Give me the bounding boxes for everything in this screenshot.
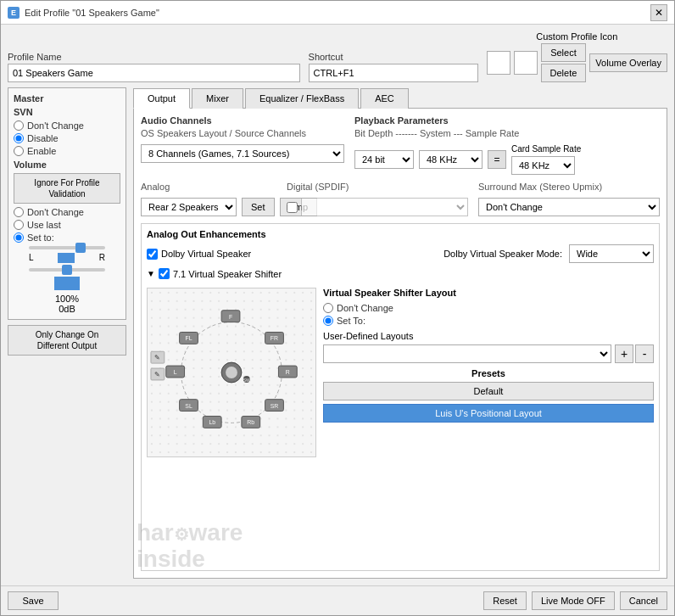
custom-icon-label: Custom Profile Icon (487, 31, 667, 42)
enhancements-section: Analog Out Enhancements Dolby Virtual Sp… (141, 223, 660, 571)
speaker-svg: F FR R SR (148, 288, 315, 456)
add-remove-btns: + - (615, 344, 654, 363)
only-change-button[interactable]: Only Change OnDifferent Output (8, 325, 126, 356)
analog-select[interactable]: Rear 2 Speakers (141, 198, 237, 216)
digital-label: Digital (SPDIF) (287, 182, 468, 192)
profile-name-group: Profile Name (8, 52, 300, 82)
master-title: Master (14, 93, 120, 104)
main-content: Profile Name Shortcut Custom Profile Ico… (1, 25, 674, 585)
svg-text:Lb: Lb (209, 419, 215, 425)
svg-text:Rb: Rb (247, 419, 254, 425)
analog-col: Analog Rear 2 Speakers Set Amp (141, 182, 276, 216)
output-tab-content: Audio Channels OS Speakers Layout / Sour… (133, 109, 667, 579)
custom-icon-box1 (487, 51, 510, 75)
equals-button[interactable]: = (488, 150, 506, 169)
svn-dont-change-radio[interactable] (14, 120, 24, 131)
profile-name-input[interactable] (8, 64, 300, 82)
add-layout-button[interactable]: + (615, 344, 633, 363)
enhancements-title: Analog Out Enhancements (147, 229, 654, 239)
audio-playback-row: Audio Channels OS Speakers Layout / Sour… (141, 115, 660, 175)
volume-slider-container: L R (14, 246, 120, 290)
svg-text:SL: SL (185, 403, 192, 409)
volume-db: 0dB (14, 304, 120, 314)
app-icon: E (8, 7, 20, 19)
save-button[interactable]: Save (8, 591, 59, 610)
user-defined-select[interactable] (323, 344, 611, 363)
balance-indicator (58, 253, 75, 263)
playback-title: Playback Parameters (354, 115, 660, 126)
tab-equalizer[interactable]: Equalizer / FlexBass (245, 88, 359, 109)
svn-disable-radio[interactable] (14, 133, 24, 143)
sample-rate-select[interactable]: 48 KHz (419, 150, 483, 169)
layout-dont-change[interactable]: Don't Change (323, 303, 654, 313)
remove-layout-button[interactable]: - (635, 344, 654, 363)
svg-text:FR: FR (271, 335, 278, 341)
svn-radio-group: Don't Change Disable Enable (14, 120, 120, 156)
vol-set-to[interactable]: Set to: (14, 232, 120, 243)
tree-expand-icon[interactable]: ▼ (147, 269, 155, 278)
reset-button[interactable]: Reset (483, 591, 527, 610)
surround-select[interactable]: Don't Change (478, 198, 660, 216)
svg-text:✎: ✎ (154, 354, 160, 361)
layout-set-to[interactable]: Set To: (323, 316, 654, 326)
balance-slider[interactable] (29, 268, 105, 272)
tab-output[interactable]: Output (133, 88, 190, 109)
digital-checkbox[interactable] (287, 202, 298, 213)
svg-text:L: L (174, 369, 177, 375)
volume-overlay-button[interactable]: Volume Overlay (589, 53, 667, 72)
vol-set-to-radio[interactable] (14, 232, 24, 243)
left-panel: Master SVN Don't Change Disable (8, 87, 126, 579)
top-row: Profile Name Shortcut Custom Profile Ico… (8, 31, 667, 82)
default-preset-button[interactable]: Default (323, 382, 654, 400)
tab-bar: Output Mixer Equalizer / FlexBass AEC (133, 87, 667, 109)
shifter-checkbox[interactable] (159, 268, 170, 279)
svg-text:SW: SW (243, 378, 250, 383)
digital-select[interactable] (301, 198, 468, 216)
layout-set-to-radio[interactable] (323, 316, 333, 326)
bottom-right: Reset Live Mode OFF Cancel (483, 591, 667, 610)
cancel-button[interactable]: Cancel (620, 591, 667, 610)
tab-aec[interactable]: AEC (360, 88, 409, 109)
svn-dont-change[interactable]: Don't Change (14, 120, 120, 131)
dolby-mode-label: Dolby Virtual Speaker Mode: (443, 249, 562, 259)
bit-depth-select[interactable]: 24 bit (354, 150, 414, 169)
set-button[interactable]: Set (242, 198, 275, 216)
svg-text:F: F (229, 314, 232, 320)
presets-label: Presets (323, 368, 654, 378)
svg-text:FL: FL (185, 335, 192, 341)
svn-enable[interactable]: Enable (14, 146, 120, 156)
shortcut-group: Shortcut (309, 52, 478, 82)
volume-slider[interactable] (29, 246, 105, 249)
vol-dont-change[interactable]: Don't Change (14, 207, 120, 217)
vol-dont-change-radio[interactable] (14, 207, 24, 217)
live-mode-button[interactable]: Live Mode OFF (532, 591, 615, 610)
balance-labels: L R (29, 253, 105, 263)
vol-use-last-radio[interactable] (14, 220, 24, 230)
close-button[interactable]: ✕ (650, 4, 667, 21)
dolby-checkbox[interactable] (147, 249, 158, 260)
svg-text:R: R (286, 369, 290, 375)
vol-use-last[interactable]: Use last (14, 220, 120, 230)
layout-dont-change-radio[interactable] (323, 303, 333, 313)
card-sample-rate-select[interactable]: 48 KHz (511, 156, 575, 175)
main-area: Master SVN Don't Change Disable (8, 87, 667, 579)
svn-title: SVN (14, 107, 120, 117)
volume-title: Volume (14, 160, 120, 170)
analog-row: Rear 2 Speakers Set Amp (141, 198, 276, 216)
svn-enable-radio[interactable] (14, 146, 24, 156)
presets-section: Presets Default Luis U's Positional Layo… (323, 368, 654, 423)
bit-depth-row: 24 bit 48 KHz = Card Sample Rate 48 KHz (354, 144, 660, 175)
os-speakers-select[interactable]: 8 Channels (Games, 7.1 Sources) (141, 144, 344, 163)
custom-icon-row: Select Delete Volume Overlay (487, 43, 667, 82)
svn-disable[interactable]: Disable (14, 133, 120, 143)
luis-preset-button[interactable]: Luis U's Positional Layout (323, 404, 654, 423)
delete-button[interactable]: Delete (541, 64, 587, 82)
ignore-profile-button[interactable]: Ignore For ProfileValidation (14, 173, 120, 204)
balance-box (54, 277, 80, 290)
dolby-mode-select[interactable]: Wide (569, 244, 654, 263)
tab-mixer[interactable]: Mixer (192, 88, 243, 109)
shortcut-input[interactable] (309, 64, 478, 82)
dolby-virtual-label: Dolby Virtual Speaker (161, 249, 251, 259)
select-button[interactable]: Select (541, 43, 587, 62)
card-sample-rate-label: Card Sample Rate (511, 144, 581, 154)
